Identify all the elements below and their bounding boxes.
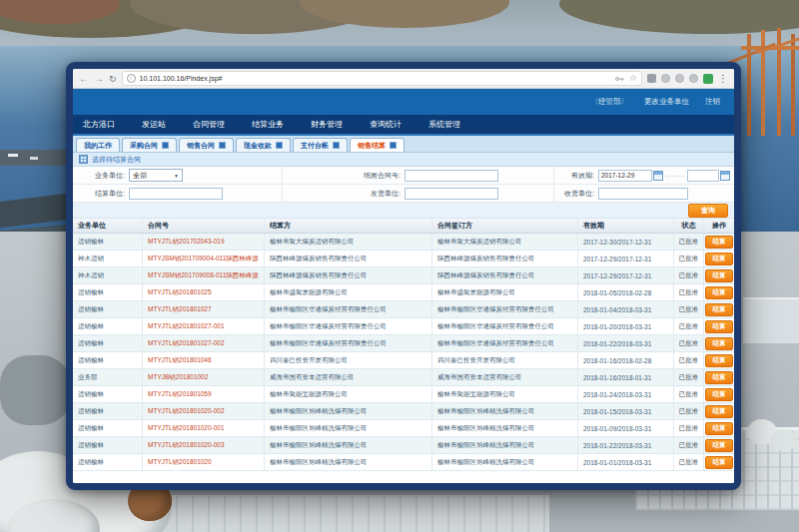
table-row: 运销榆林MTYJTL销201702043-019榆林市聚大煤炭运销有限公司榆林市…: [73, 234, 734, 251]
calendar-icon[interactable]: [653, 171, 663, 181]
tab-5[interactable]: 销售结算: [350, 138, 404, 152]
settle-button[interactable]: 结算: [705, 236, 733, 249]
tab-close-icon[interactable]: [390, 142, 397, 149]
tab-0[interactable]: 我的工作: [76, 138, 120, 152]
validity-cell: 2017-12-30/2017-12-31: [578, 234, 674, 250]
validity-to-input[interactable]: [687, 170, 719, 182]
extension-icon[interactable]: [703, 74, 713, 84]
settler-cell: 榆林市榆阳区华通煤炭经营有限责任公司: [265, 318, 432, 334]
settler-cell: 榆林市榆阳区旭峰精洗煤有限公司: [265, 454, 432, 470]
query-button[interactable]: 查询: [688, 204, 728, 218]
chevron-down-icon: ▼: [174, 173, 179, 179]
settle-button[interactable]: 结算: [705, 354, 733, 367]
settler-cell: 榆林市盛聚发能源有限公司: [265, 284, 432, 300]
signer-cell: 榆林市聚能宝能源有限公司: [432, 386, 578, 402]
calendar-icon[interactable]: [720, 171, 730, 181]
extension-icon[interactable]: [661, 74, 670, 83]
browser-window: ← → ↻ i 10.101.100.16/Pindex.jsp# ☆ ⋮ 〈经…: [66, 62, 741, 490]
settler-cell: 榆林市榆阳区华通煤炭经营有限责任公司: [265, 335, 432, 351]
settle-button[interactable]: 结算: [705, 405, 733, 418]
tab-label: 销售合同: [187, 141, 215, 151]
sub-toolbar: 选择待结算合同: [73, 153, 734, 167]
validity-from-input[interactable]: [598, 170, 652, 182]
settle-button[interactable]: 结算: [705, 253, 733, 266]
tab-close-icon[interactable]: [162, 142, 169, 149]
bookmark-star-icon[interactable]: ☆: [629, 74, 637, 83]
nav-item-2[interactable]: 合同管理: [193, 119, 225, 130]
settle-button[interactable]: 结算: [705, 371, 733, 384]
status-cell: 已批准: [674, 301, 704, 317]
app-header: 〈经管部〉更改业务单位注销: [73, 89, 734, 115]
extension-icon[interactable]: [647, 74, 656, 83]
receiver-input[interactable]: [598, 188, 688, 200]
table-row: 运销榆林MTYJTL销201801027-001榆林市榆阳区华通煤炭经营有限责任…: [73, 318, 734, 335]
tab-close-icon[interactable]: [276, 142, 283, 149]
business-unit-select[interactable]: 全部 ▼: [129, 169, 183, 182]
settle-button[interactable]: 结算: [705, 269, 733, 282]
browser-menu-icon[interactable]: ⋮: [718, 74, 728, 84]
url-text[interactable]: 10.101.100.16/Pindex.jsp#: [140, 75, 611, 82]
refresh-icon[interactable]: ↻: [109, 74, 117, 84]
nav-item-5[interactable]: 查询统计: [370, 119, 401, 130]
forward-icon[interactable]: →: [94, 74, 104, 84]
column-header: 状态: [674, 219, 704, 233]
column-header: 有效期: [578, 219, 674, 233]
page-info-icon[interactable]: i: [127, 74, 136, 83]
settle-button[interactable]: 结算: [705, 303, 733, 316]
header-link-1[interactable]: 更改业务单位: [644, 97, 689, 107]
settler-cell: 榆林市聚能宝能源有限公司: [265, 386, 432, 402]
settle-button[interactable]: 结算: [705, 388, 733, 401]
shipper-label: 发货单位:: [283, 189, 400, 199]
settle-button[interactable]: 结算: [705, 456, 733, 469]
nav-item-1[interactable]: 发运站: [142, 119, 166, 130]
tab-4[interactable]: 支付台帐: [293, 138, 348, 152]
contract-cell: MTYJSM销201709004-011陕西林峰源: [143, 251, 265, 266]
validity-cell: 2018-01-24/2018-03-31: [578, 386, 674, 402]
settle-button[interactable]: 结算: [705, 320, 733, 333]
nav-item-3[interactable]: 结算业务: [252, 119, 284, 130]
settle-button[interactable]: 结算: [705, 422, 733, 435]
table-row: 运销榆林MTYJTL销201801020榆林市榆阳区旭峰精洗煤有限公司榆林市榆阳…: [73, 454, 734, 471]
paper-contract-label: 纸面合同号:: [283, 171, 400, 181]
header-link-0[interactable]: 〈经管部〉: [591, 97, 629, 107]
unit-cell: 运销榆林: [73, 403, 143, 419]
extension-icon[interactable]: [675, 74, 684, 83]
contract-cell: MTYJB销201801002: [143, 369, 265, 385]
shipper-input[interactable]: [404, 188, 498, 200]
tab-3[interactable]: 现金收款: [236, 138, 291, 152]
status-cell: 已批准: [674, 335, 704, 351]
signer-cell: 榆林市聚大煤炭运销有限公司: [432, 234, 578, 250]
paper-contract-input[interactable]: [404, 170, 498, 182]
header-link-2[interactable]: 注销: [705, 97, 720, 107]
unit-cell: 运销榆林: [73, 352, 143, 368]
password-key-icon[interactable]: [615, 75, 625, 83]
settle-unit-input[interactable]: [129, 188, 223, 200]
nav-item-4[interactable]: 财务管理: [311, 119, 343, 130]
tab-close-icon[interactable]: [219, 142, 226, 149]
table-row: 运销榆林MTYJTL销201801020-002榆林市榆阳区旭峰精洗煤有限公司榆…: [73, 403, 734, 420]
settle-button[interactable]: 结算: [705, 439, 733, 452]
signer-cell: 陕西林峰源煤炭销售有限责任公司: [432, 251, 578, 266]
tab-2[interactable]: 销售合同: [179, 138, 234, 152]
action-cell: 结算: [704, 403, 734, 419]
status-cell: 已批准: [674, 251, 704, 266]
address-bar[interactable]: i 10.101.100.16/Pindex.jsp# ☆: [122, 71, 642, 86]
table-row: 运销榆林MTYJTL销201801027榆林市榆阳区华通煤炭经营有限责任公司榆林…: [73, 301, 734, 318]
settle-button[interactable]: 结算: [705, 337, 733, 350]
back-icon[interactable]: ←: [79, 74, 89, 84]
signer-cell: 四川秦巴投资开发有限公司: [432, 352, 578, 368]
table-row: 运销榆林MTYJTL销201801059榆林市聚能宝能源有限公司榆林市聚能宝能源…: [73, 386, 734, 403]
status-cell: 已批准: [674, 437, 704, 453]
coal-heap: [0, 355, 70, 425]
validity-cell: 2018-01-16/2018-01-31: [578, 369, 674, 385]
settler-cell: 陕西林峰源煤炭销售有限责任公司: [265, 251, 432, 266]
select-contract-label[interactable]: 选择待结算合同: [92, 155, 141, 165]
table-body: 运销榆林MTYJTL销201702043-019榆林市聚大煤炭运销有限公司榆林市…: [73, 234, 734, 471]
settle-button[interactable]: 结算: [705, 286, 733, 299]
signer-cell: 榆林市榆阳区旭峰精洗煤有限公司: [432, 403, 578, 419]
nav-item-0[interactable]: 北方港口: [83, 119, 115, 130]
extension-icon[interactable]: [689, 74, 698, 83]
tab-close-icon[interactable]: [333, 142, 340, 149]
nav-item-6[interactable]: 系统管理: [428, 119, 460, 130]
tab-1[interactable]: 采购合同: [122, 138, 177, 152]
